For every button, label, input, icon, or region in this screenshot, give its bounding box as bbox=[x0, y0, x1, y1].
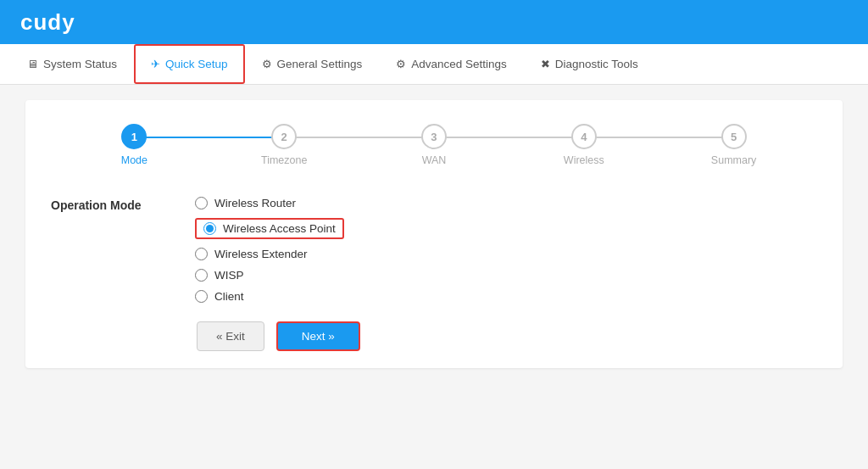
settings-icon: ⚙ bbox=[396, 58, 406, 70]
step-summary: 5 Summary bbox=[659, 124, 809, 166]
next-button[interactable]: Next » bbox=[276, 321, 360, 351]
main-nav: 🖥 System Status ✈ Quick Setup ⚙ General … bbox=[0, 44, 868, 85]
step-connector-3 bbox=[434, 137, 584, 138]
nav-advanced-settings[interactable]: ⚙ Advanced Settings bbox=[379, 44, 524, 84]
nav-diagnostic-tools[interactable]: ✖ Diagnostic Tools bbox=[524, 44, 655, 84]
step-label-timezone: Timezone bbox=[261, 154, 307, 166]
step-circle-1: 1 bbox=[121, 124, 147, 149]
radio-wireless-router[interactable]: Wireless Router bbox=[195, 197, 344, 209]
nav-quick-setup-label: Quick Setup bbox=[165, 58, 228, 70]
radio-wisp-input[interactable] bbox=[195, 269, 208, 282]
topbar: cudy bbox=[0, 0, 868, 44]
rocket-icon: ✈ bbox=[151, 58, 160, 70]
step-wireless: 4 Wireless bbox=[509, 124, 659, 166]
nav-advanced-settings-label: Advanced Settings bbox=[411, 58, 507, 70]
radio-wireless-extender-input[interactable] bbox=[195, 248, 208, 260]
main-content: 1 Mode 2 Timezone 3 WAN 4 Wireless bbox=[25, 100, 843, 368]
radio-wisp[interactable]: WISP bbox=[195, 269, 344, 282]
nav-quick-setup[interactable]: ✈ Quick Setup bbox=[134, 44, 245, 84]
step-label-wireless: Wireless bbox=[564, 154, 604, 166]
step-label-wan: WAN bbox=[422, 154, 447, 166]
step-circle-3: 3 bbox=[421, 124, 447, 149]
step-connector-1 bbox=[134, 137, 284, 138]
nav-general-settings[interactable]: ⚙ General Settings bbox=[245, 44, 380, 84]
radio-client-label: Client bbox=[214, 290, 244, 303]
step-label-mode: Mode bbox=[121, 154, 147, 166]
nav-diagnostic-tools-label: Diagnostic Tools bbox=[555, 58, 638, 70]
operation-mode-row: Operation Mode Wireless Router Wireless … bbox=[51, 197, 817, 303]
radio-wireless-extender[interactable]: Wireless Extender bbox=[195, 248, 344, 260]
operation-mode-label: Operation Mode bbox=[51, 197, 170, 212]
radio-wireless-ap-label: Wireless Access Point bbox=[223, 222, 336, 235]
monitor-icon: 🖥 bbox=[27, 58, 38, 70]
radio-client-input[interactable] bbox=[195, 290, 208, 303]
step-timezone: 2 Timezone bbox=[209, 124, 359, 166]
logo: cudy bbox=[20, 9, 75, 36]
step-circle-4: 4 bbox=[571, 124, 597, 149]
step-connector-2 bbox=[284, 137, 434, 138]
gear-icon: ⚙ bbox=[262, 58, 272, 70]
nav-system-status-label: System Status bbox=[43, 58, 117, 70]
radio-wisp-label: WISP bbox=[214, 269, 244, 282]
step-mode: 1 Mode bbox=[59, 124, 209, 166]
radio-wireless-ap[interactable]: Wireless Access Point bbox=[195, 218, 344, 239]
wrench-icon: ✖ bbox=[541, 58, 550, 70]
button-row: « Exit Next » bbox=[197, 321, 817, 351]
step-label-summary: Summary bbox=[711, 154, 756, 166]
exit-button[interactable]: « Exit bbox=[197, 321, 264, 351]
radio-wireless-router-input[interactable] bbox=[195, 197, 208, 209]
radio-wireless-router-label: Wireless Router bbox=[214, 197, 296, 209]
radio-client[interactable]: Client bbox=[195, 290, 344, 303]
operation-mode-options: Wireless Router Wireless Access Point Wi… bbox=[195, 197, 344, 303]
stepper: 1 Mode 2 Timezone 3 WAN 4 Wireless bbox=[51, 124, 817, 166]
step-circle-2: 2 bbox=[271, 124, 297, 149]
radio-wireless-ap-input[interactable] bbox=[203, 222, 216, 235]
radio-wireless-extender-label: Wireless Extender bbox=[214, 248, 308, 260]
step-wan: 3 WAN bbox=[359, 124, 509, 166]
step-circle-5: 5 bbox=[721, 124, 747, 149]
step-connector-4 bbox=[584, 137, 734, 138]
nav-system-status[interactable]: 🖥 System Status bbox=[10, 44, 134, 84]
nav-general-settings-label: General Settings bbox=[277, 58, 363, 70]
